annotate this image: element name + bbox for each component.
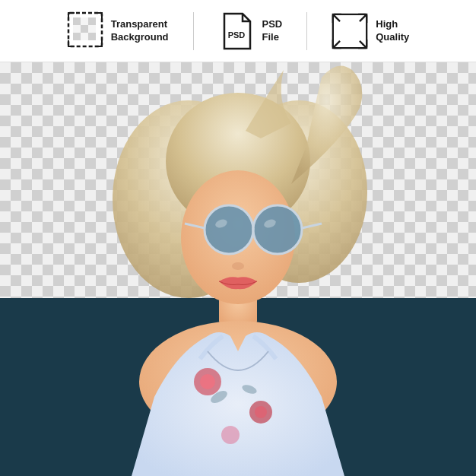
svg-line-12 (333, 14, 340, 21)
transparent-bg-label: Transparent Background (111, 18, 169, 44)
svg-line-14 (333, 40, 340, 47)
psd-file-icon: PSD (218, 11, 255, 51)
svg-rect-8 (81, 33, 88, 40)
svg-point-35 (255, 406, 267, 418)
svg-rect-2 (81, 17, 88, 25)
high-quality-label: High Quality (376, 18, 409, 44)
header-item-transparent-bg: Transparent Background (67, 11, 169, 51)
svg-text:PSD: PSD (227, 30, 245, 40)
svg-point-36 (221, 426, 240, 444)
header-bar: Transparent Background PSD PSD File (0, 0, 476, 62)
divider-1 (193, 12, 194, 50)
svg-rect-6 (88, 25, 96, 33)
woman-illustration (56, 62, 420, 476)
svg-rect-1 (73, 17, 81, 25)
transparent-bg-icon (67, 11, 103, 51)
svg-line-13 (360, 14, 367, 21)
svg-point-31 (232, 262, 244, 270)
header-item-high-quality: High Quality (332, 11, 409, 51)
svg-rect-5 (81, 25, 88, 33)
svg-rect-3 (88, 17, 96, 25)
svg-point-33 (200, 374, 215, 389)
image-container (0, 62, 476, 476)
svg-rect-9 (88, 33, 96, 40)
psd-file-label: PSD File (262, 18, 283, 44)
svg-rect-7 (73, 33, 81, 40)
divider-2 (306, 12, 307, 50)
svg-line-15 (360, 40, 367, 47)
svg-rect-4 (73, 25, 81, 33)
header-item-psd-file: PSD PSD File (218, 11, 283, 51)
high-quality-icon (332, 11, 368, 51)
